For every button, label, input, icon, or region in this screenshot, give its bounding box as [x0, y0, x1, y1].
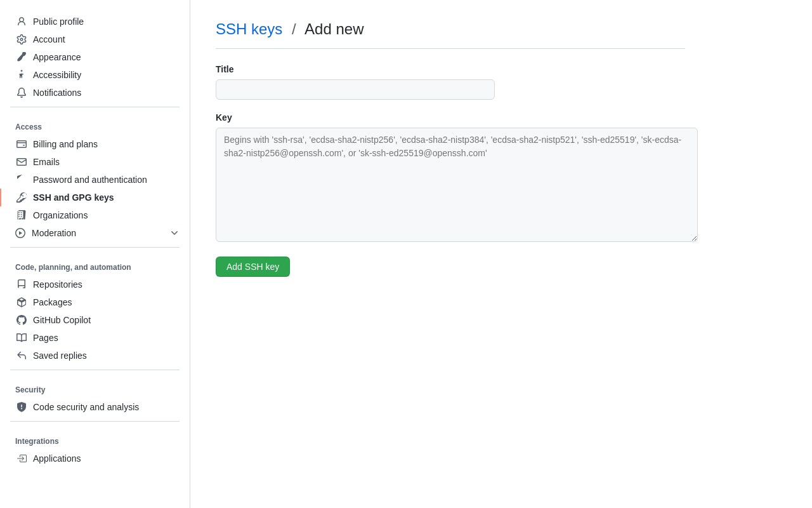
reply-icon — [16, 351, 27, 361]
chevron-down-icon — [169, 228, 180, 238]
page-header: SSH keys / Add new — [216, 20, 685, 49]
section-label-code: Code, planning, and automation — [0, 253, 190, 276]
sidebar-item-label: Public profile — [33, 17, 84, 27]
sidebar-item-billing[interactable]: Billing and plans — [0, 135, 190, 153]
sidebar-item-notifications[interactable]: Notifications — [0, 84, 190, 102]
sidebar-item-public-profile[interactable]: Public profile — [0, 13, 190, 30]
divider-code — [10, 247, 180, 248]
mail-icon — [16, 157, 27, 167]
breadcrumb-link[interactable]: SSH keys — [216, 20, 282, 37]
sidebar-item-label: Code security and analysis — [33, 402, 139, 412]
shield-icon — [16, 402, 27, 412]
gear-icon — [16, 34, 27, 44]
key-form-group: Key — [216, 112, 685, 244]
breadcrumb-current: Add new — [304, 20, 363, 37]
title-form-group: Title — [216, 64, 685, 100]
bell-icon — [16, 88, 27, 98]
sidebar-item-label: Notifications — [33, 88, 81, 98]
sidebar-item-repositories[interactable]: Repositories — [0, 276, 190, 293]
breadcrumb-separator: / — [292, 20, 296, 37]
sidebar-item-organizations[interactable]: Organizations — [0, 206, 190, 224]
sidebar-item-packages[interactable]: Packages — [0, 293, 190, 311]
sidebar-item-appearance[interactable]: Appearance — [0, 48, 190, 66]
page-title: SSH keys / Add new — [216, 20, 685, 38]
sidebar-item-label: Billing and plans — [33, 139, 98, 149]
sidebar-item-label: Saved replies — [33, 351, 87, 361]
sidebar-item-label: Moderation — [32, 228, 76, 238]
sidebar-item-label: SSH and GPG keys — [33, 192, 114, 203]
pages-icon — [16, 333, 27, 343]
accessibility-icon — [16, 70, 27, 80]
title-label: Title — [216, 64, 685, 74]
divider-integrations — [10, 421, 180, 422]
section-label-integrations: Integrations — [0, 427, 190, 450]
divider-security — [10, 370, 180, 370]
sidebar-item-account[interactable]: Account — [0, 30, 190, 48]
app-icon — [16, 453, 27, 464]
sidebar-item-moderation[interactable]: Moderation — [0, 224, 190, 242]
sidebar-item-accessibility[interactable]: Accessibility — [0, 66, 190, 84]
sidebar-item-saved-replies[interactable]: Saved replies — [0, 347, 190, 364]
key-textarea[interactable] — [216, 128, 698, 242]
key-label: Key — [216, 112, 685, 123]
copilot-icon — [16, 315, 27, 325]
sidebar-item-label: Organizations — [33, 210, 88, 220]
sidebar-item-password[interactable]: Password and authentication — [0, 171, 190, 189]
paintbrush-icon — [16, 52, 27, 62]
sidebar-item-copilot[interactable]: GitHub Copilot — [0, 311, 190, 329]
repo-icon — [16, 279, 27, 290]
sidebar-item-label: Emails — [33, 157, 60, 167]
sidebar-item-label: Password and authentication — [33, 175, 147, 185]
org-icon — [16, 210, 27, 220]
sidebar-item-label: GitHub Copilot — [33, 315, 91, 325]
main-content: SSH keys / Add new Title Key Add SSH key — [190, 0, 710, 508]
sidebar-item-emails[interactable]: Emails — [0, 153, 190, 171]
section-label-access: Access — [0, 112, 190, 135]
sidebar: Public profile Account Appearance Access… — [0, 0, 190, 508]
sidebar-item-label: Applications — [33, 453, 81, 464]
package-icon — [16, 297, 27, 307]
credit-card-icon — [16, 139, 27, 149]
sidebar-item-ssh-gpg[interactable]: SSH and GPG keys — [0, 189, 190, 206]
sidebar-item-label: Accessibility — [33, 70, 81, 80]
sidebar-item-label: Pages — [33, 333, 58, 343]
add-ssh-key-button[interactable]: Add SSH key — [216, 257, 290, 277]
sidebar-item-pages[interactable]: Pages — [0, 329, 190, 347]
shield-lock-icon — [16, 175, 27, 185]
sidebar-item-label: Appearance — [33, 52, 81, 62]
moderation-icon — [15, 228, 25, 238]
title-input[interactable] — [216, 79, 495, 100]
sidebar-item-applications[interactable]: Applications — [0, 450, 190, 467]
section-label-security: Security — [0, 375, 190, 398]
sidebar-item-label: Repositories — [33, 279, 82, 290]
divider-access — [10, 107, 180, 107]
sidebar-item-code-security[interactable]: Code security and analysis — [0, 398, 190, 416]
sidebar-item-label: Packages — [33, 297, 72, 307]
key-icon — [16, 192, 27, 203]
person-icon — [16, 17, 27, 27]
sidebar-item-label: Account — [33, 34, 65, 44]
